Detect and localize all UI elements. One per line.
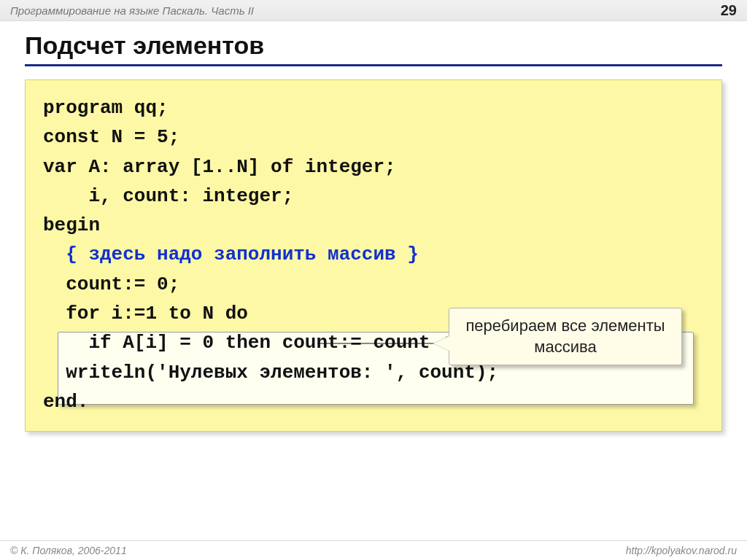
code-line: program qq; (43, 97, 169, 119)
slide-title: Подсчет элементов (25, 31, 722, 66)
code-line: begin (43, 214, 100, 236)
code-line: i, count: integer; (43, 185, 293, 207)
code-line: writeln('Нулевых элементов: ', count); (43, 362, 498, 384)
page-number: 29 (721, 2, 737, 19)
slide: Программирование на языке Паскаль. Часть… (0, 0, 747, 560)
header-bar: Программирование на языке Паскаль. Часть… (0, 0, 747, 21)
code-line: const N = 5; (43, 126, 179, 148)
code-line: var A: array [1..N] of integer; (43, 156, 396, 178)
code-block: перебираем все элементы массива program … (25, 79, 722, 432)
footer-author: © К. Поляков, 2006-2011 (10, 545, 127, 556)
annotation-text: перебираем все элементы массива (465, 316, 665, 356)
callout-tail-icon (433, 336, 449, 351)
footer-url: http://kpolyakov.narod.ru (626, 545, 737, 556)
code-line: end. (43, 391, 88, 413)
subject-title: Программирование на языке Паскаль. Часть… (10, 4, 254, 17)
code-line: count:= 0; (43, 273, 179, 295)
annotation-callout: перебираем все элементы массива (449, 308, 682, 365)
code-line: for i:=1 to N do (43, 303, 248, 324)
code-text: program qq; const N = 5; var A: array [1… (43, 93, 704, 416)
footer-bar: © К. Поляков, 2006-2011 http://kpolyakov… (0, 540, 747, 560)
code-line: if A[i] = 0 then count:= count + 1; (43, 332, 487, 354)
code-comment: { здесь надо заполнить массив } (43, 244, 419, 265)
